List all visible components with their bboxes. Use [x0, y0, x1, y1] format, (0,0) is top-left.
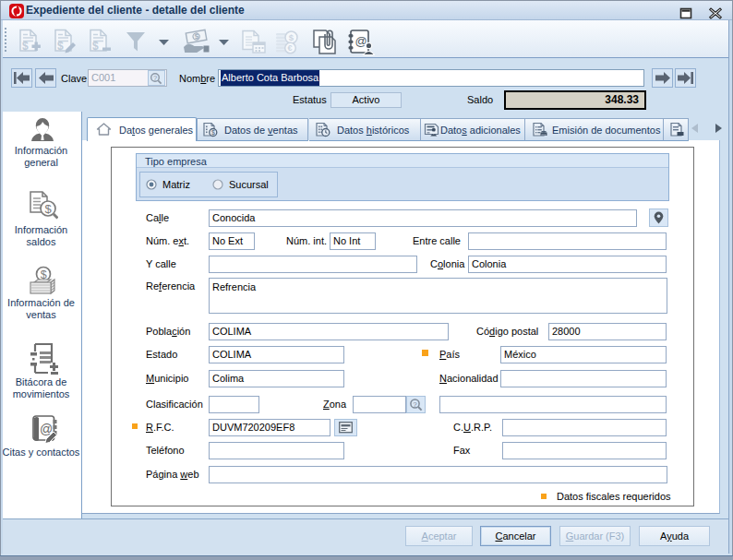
svg-text:$: $ [41, 268, 47, 281]
svg-text:$: $ [289, 32, 294, 42]
svg-text:€: € [288, 43, 293, 53]
svg-text:$: $ [57, 40, 64, 53]
svg-text:$: $ [92, 40, 99, 53]
svg-text:$: $ [22, 40, 29, 53]
svg-text:$: $ [45, 202, 53, 216]
svg-text:?: ? [413, 400, 417, 409]
svg-text:?: ? [153, 74, 157, 82]
svg-text:$: $ [211, 129, 215, 136]
